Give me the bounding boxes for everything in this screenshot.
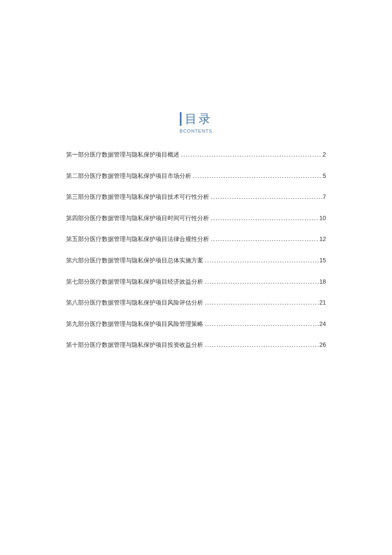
title-block: 目录 BCONTENTS xyxy=(66,111,326,134)
page-title: 目录 xyxy=(185,111,212,127)
toc-label: 第八部分医疗数据管理与隐私保护项目风险评估分析 xyxy=(66,299,203,307)
table-of-contents: 第一部分医疗数据管理与隐私保护项目概述 2 第二部分医疗数据管理与隐私保护项目市… xyxy=(66,151,326,349)
toc-entry: 第六部分医疗数据管理与隐私保护项目总体实施方案 15 xyxy=(66,256,326,265)
page-subtitle: BCONTENTS xyxy=(66,128,326,134)
toc-leader xyxy=(203,320,319,328)
toc-page: 10 xyxy=(319,214,326,223)
toc-label: 第四部分医疗数据管理与隐私保护项目时间可行性分析 xyxy=(66,214,209,223)
toc-page: 24 xyxy=(319,320,326,328)
toc-entry: 第七部分医疗数据管理与隐私保护项目经济效益分析 18 xyxy=(66,278,326,286)
toc-entry: 第一部分医疗数据管理与隐私保护项目概述 2 xyxy=(66,151,326,159)
toc-page: 5 xyxy=(323,172,326,180)
title-row: 目录 xyxy=(180,111,212,127)
toc-entry: 第四部分医疗数据管理与隐私保护项目时间可行性分析 10 xyxy=(66,214,326,223)
toc-page: 12 xyxy=(319,235,326,244)
toc-label: 第一部分医疗数据管理与隐私保护项目概述 xyxy=(66,151,179,159)
toc-page: 7 xyxy=(323,193,326,201)
toc-leader xyxy=(209,214,319,223)
title-bar-icon xyxy=(180,112,182,126)
toc-page: 26 xyxy=(319,341,326,349)
toc-entry: 第三部分医疗数据管理与隐私保护项目技术可行性分析 7 xyxy=(66,193,326,201)
toc-leader xyxy=(209,193,323,201)
toc-label: 第十部分医疗数据管理与隐私保护项目投资收益分析 xyxy=(66,341,203,349)
toc-leader xyxy=(203,299,319,307)
toc-leader xyxy=(203,278,319,286)
toc-entry: 第八部分医疗数据管理与隐私保护项目风险评估分析 21 xyxy=(66,299,326,307)
toc-entry: 第十部分医疗数据管理与隐私保护项目投资收益分析 26 xyxy=(66,341,326,349)
toc-label: 第七部分医疗数据管理与隐私保护项目经济效益分析 xyxy=(66,278,203,286)
toc-label: 第九部分医疗数据管理与隐私保护项目风险管理策略 xyxy=(66,320,203,328)
document-page: 目录 BCONTENTS 第一部分医疗数据管理与隐私保护项目概述 2 第二部分医… xyxy=(0,0,392,555)
toc-label: 第三部分医疗数据管理与隐私保护项目技术可行性分析 xyxy=(66,193,209,201)
toc-label: 第六部分医疗数据管理与隐私保护项目总体实施方案 xyxy=(66,256,203,265)
toc-page: 18 xyxy=(319,278,326,286)
toc-page: 21 xyxy=(319,299,326,307)
toc-label: 第二部分医疗数据管理与隐私保护项目市场分析 xyxy=(66,172,191,180)
toc-leader xyxy=(203,256,319,265)
toc-entry: 第五部分医疗数据管理与隐私保护项目法律合规性分析 12 xyxy=(66,235,326,244)
toc-label: 第五部分医疗数据管理与隐私保护项目法律合规性分析 xyxy=(66,235,209,244)
toc-page: 15 xyxy=(319,256,326,265)
toc-leader xyxy=(209,235,319,244)
toc-page: 2 xyxy=(323,151,326,159)
toc-entry: 第九部分医疗数据管理与隐私保护项目风险管理策略 24 xyxy=(66,320,326,328)
toc-leader xyxy=(179,151,323,159)
toc-leader xyxy=(203,341,319,349)
toc-leader xyxy=(191,172,323,180)
toc-entry: 第二部分医疗数据管理与隐私保护项目市场分析 5 xyxy=(66,172,326,180)
